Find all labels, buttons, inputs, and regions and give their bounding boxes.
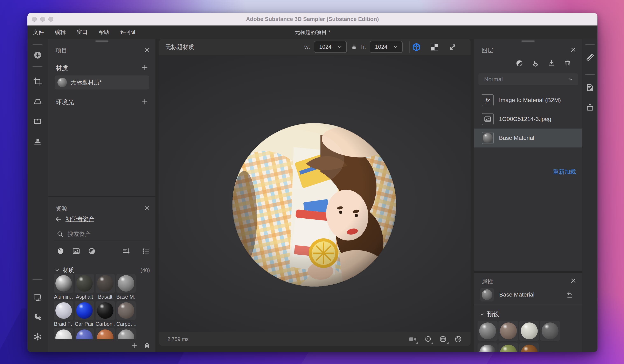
material-sphere-thumbnail (482, 289, 493, 300)
materials-filter-button[interactable] (56, 247, 65, 255)
render-settings-button[interactable] (32, 311, 43, 322)
panel-drag-handle[interactable] (521, 41, 535, 42)
asset-search-field[interactable]: 搜索资产 (56, 230, 91, 238)
expand-icon (448, 42, 457, 52)
viewport-toolbar: 无标题材质 w: 1024 h: 1024 (159, 39, 470, 56)
asset-item[interactable] (116, 328, 136, 339)
asset-label: Car Paint (75, 321, 94, 327)
asset-label: Basalt (96, 294, 115, 300)
sort-button[interactable] (122, 247, 130, 255)
asset-thumbnail (54, 301, 73, 320)
project-panel: 项目 材质 无标题材质* 环境光 (48, 39, 156, 196)
material-sphere-thumbnail (479, 345, 496, 352)
close-icon[interactable] (144, 46, 151, 53)
asset-item[interactable]: Carpet … (116, 301, 136, 328)
preset-item[interactable] (519, 343, 539, 352)
expand-button[interactable] (448, 42, 457, 52)
delete-button[interactable] (564, 59, 572, 67)
share-button[interactable] (584, 101, 596, 113)
perspective-tool-button[interactable] (32, 96, 43, 107)
environment-icon (424, 335, 432, 343)
close-icon[interactable] (570, 277, 577, 284)
asset-section-label: 材质 (63, 266, 74, 274)
perspective-tool-icon (33, 97, 42, 106)
add-icon[interactable] (131, 342, 138, 349)
asset-item[interactable]: Basalt (96, 274, 115, 301)
layer-row[interactable]: Base Material (474, 129, 582, 147)
reset-icon[interactable] (566, 291, 573, 299)
asset-item[interactable] (75, 328, 94, 339)
add-asset-button[interactable] (32, 49, 43, 61)
opacity-button[interactable] (516, 59, 523, 67)
material-sphere-thumbnail (55, 329, 72, 339)
node-graph-button[interactable] (32, 331, 43, 343)
edit-notes-button[interactable] (584, 82, 596, 93)
preset-item[interactable] (540, 321, 560, 341)
close-icon[interactable] (570, 46, 577, 53)
ruler-button[interactable] (584, 51, 596, 63)
asset-item[interactable] (54, 328, 73, 339)
asset-thumbnail (116, 274, 136, 293)
asset-item[interactable]: Alumin… (54, 274, 73, 301)
environment-button[interactable] (424, 335, 432, 343)
layer-row[interactable]: fxImage to Material (B2M) (474, 91, 582, 110)
preset-item[interactable] (498, 321, 518, 341)
add-environment-button[interactable] (141, 98, 149, 106)
material-list-item[interactable]: 无标题材质* (54, 75, 149, 90)
view-mode-icons (412, 39, 457, 55)
display-settings-button[interactable] (32, 292, 43, 303)
crop-tool-button[interactable] (32, 76, 43, 87)
stamp-tool-button[interactable] (32, 136, 43, 147)
starter-assets-link[interactable]: 初学者资产 (65, 215, 94, 223)
layer-row[interactable]: 1G00G51214-3.jpeg (474, 110, 582, 129)
camera-button[interactable] (408, 335, 416, 343)
reload-link[interactable]: 重新加载 (553, 168, 576, 176)
panel-drag-handle[interactable] (95, 41, 108, 42)
preset-item[interactable] (498, 343, 518, 352)
presets-header[interactable]: 预设 (479, 310, 499, 318)
height-value: 1024 (375, 44, 387, 50)
contrast-filter-button[interactable] (88, 247, 96, 255)
globe-button[interactable] (439, 335, 447, 343)
close-icon[interactable] (144, 204, 151, 211)
assets-back-row[interactable]: 初学者资产 (55, 215, 94, 223)
3d-viewport[interactable] (159, 56, 470, 332)
checker-icon (430, 42, 439, 52)
height-label: h: (361, 44, 366, 50)
height-select[interactable]: 1024 (370, 41, 403, 53)
add-material-layer-button[interactable] (532, 59, 539, 67)
asset-item[interactable] (96, 328, 115, 339)
width-select[interactable]: 1024 (314, 41, 347, 53)
delete-icon (564, 59, 572, 67)
tiling-tool-button[interactable] (32, 116, 43, 128)
assets-footer (131, 342, 151, 349)
preset-item[interactable] (519, 321, 539, 341)
images-filter-button[interactable] (72, 247, 80, 255)
checker-button[interactable] (430, 42, 439, 52)
blend-mode-select[interactable]: Normal (478, 73, 578, 85)
asset-item[interactable]: Braid F… (54, 301, 73, 328)
display-settings-icon (33, 293, 42, 302)
cube-3d-button[interactable] (412, 42, 421, 52)
asset-label: Asphalt (75, 294, 94, 300)
toolbar-divider (585, 45, 595, 45)
trash-icon[interactable] (144, 342, 151, 349)
asset-item[interactable]: Car Paint (75, 301, 94, 328)
lock-icon[interactable] (351, 43, 358, 50)
import-button[interactable] (547, 59, 555, 67)
project-panel-title: 项目 (56, 47, 67, 54)
window-title: Adobe Substance 3D Sampler (Substance Ed… (27, 13, 598, 25)
material-preview-sphere[interactable] (232, 123, 397, 287)
asset-section-row[interactable]: 材质 (40) (54, 266, 150, 274)
layer-thumbnail: fx (482, 94, 494, 106)
asset-item[interactable]: Carbon … (96, 301, 115, 328)
preset-item[interactable] (478, 343, 497, 352)
preset-grid (478, 321, 580, 352)
asset-item[interactable]: Asphalt (75, 274, 94, 301)
material-sphere-thumbnail (521, 345, 538, 352)
preset-item[interactable] (478, 321, 497, 341)
asset-item[interactable]: Base M… (116, 274, 136, 301)
list-view-button[interactable] (142, 247, 150, 255)
add-material-button[interactable] (141, 64, 149, 71)
material-ball-button[interactable] (454, 335, 462, 343)
